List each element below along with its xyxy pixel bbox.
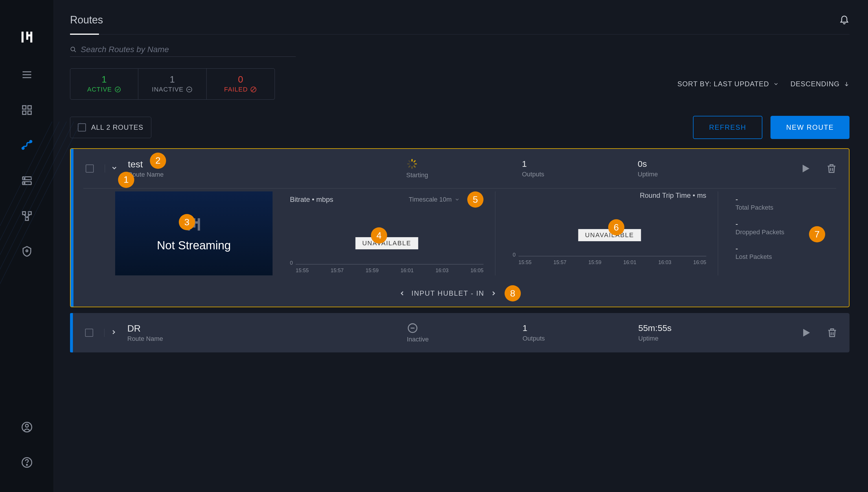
x-tick: 15:55 <box>296 268 309 274</box>
x-tick: 16:05 <box>470 268 483 274</box>
failed-label: FAILED <box>224 86 248 93</box>
sort-by-dropdown[interactable]: SORT BY: LAST UPDATED <box>677 80 779 88</box>
filter-active[interactable]: 1 ACTIVE <box>70 68 138 100</box>
route-checkbox[interactable] <box>85 329 93 337</box>
play-icon[interactable] <box>800 163 811 174</box>
active-label: ACTIVE <box>87 86 112 93</box>
lost-packets-value: - <box>735 244 822 253</box>
routes-icon[interactable] <box>21 139 33 152</box>
minus-circle-icon <box>407 322 418 334</box>
annotation-badge: 8 <box>505 285 521 301</box>
x-tick: 15:59 <box>588 260 602 266</box>
svg-point-30 <box>115 87 121 92</box>
select-all-toggle[interactable]: ALL 2 ROUTES <box>70 117 151 138</box>
sort-order-label: DESCENDING <box>790 80 840 88</box>
rtt-title: Round Trip Time • ms <box>640 191 706 199</box>
notification-icon[interactable] <box>839 14 849 24</box>
svg-line-39 <box>414 166 415 167</box>
dropped-packets-value: - <box>735 220 822 228</box>
user-icon[interactable] <box>21 421 33 434</box>
x-tick: 16:03 <box>436 268 448 274</box>
total-packets-value: - <box>735 195 822 204</box>
failed-count: 0 <box>238 75 243 84</box>
network-icon[interactable] <box>21 210 33 222</box>
menu-icon[interactable] <box>21 68 33 81</box>
annotation-badge: 7 <box>809 226 825 242</box>
slash-circle-icon <box>250 86 257 93</box>
delete-icon[interactable] <box>826 163 837 174</box>
inactive-count: 1 <box>170 75 175 84</box>
y-axis-zero: 0 <box>513 252 516 258</box>
svg-point-25 <box>25 424 28 427</box>
annotation-badge: 6 <box>608 219 624 236</box>
annotation-badge: 5 <box>467 191 483 207</box>
delete-icon[interactable] <box>826 327 838 339</box>
collapse-icon[interactable] <box>111 165 118 171</box>
x-axis-ticks: 15:55 15:57 15:59 16:01 16:03 16:05 <box>296 268 483 274</box>
timescale-label: Timescale 10m <box>409 196 452 203</box>
chevron-down-icon <box>454 197 460 202</box>
uptime-label: Uptime <box>638 171 695 178</box>
total-packets-label: Total Packets <box>735 204 822 212</box>
route-accent <box>70 313 73 352</box>
route-status-text: Starting <box>406 171 428 179</box>
x-tick: 16:05 <box>693 260 706 266</box>
timescale-dropdown[interactable]: Timescale 10m 5 <box>409 191 483 207</box>
sidebar <box>0 0 54 492</box>
svg-rect-18 <box>23 212 25 215</box>
search-input[interactable] <box>81 45 296 54</box>
sort-by-label: SORT BY: LAST UPDATED <box>677 80 769 88</box>
svg-line-37 <box>414 161 415 162</box>
packet-stats: 7 - Total Packets - Dropped Packets - Lo… <box>735 191 822 275</box>
svg-point-28 <box>71 47 75 51</box>
dashboard-icon[interactable] <box>21 104 33 117</box>
next-hublet-icon[interactable] <box>490 290 497 297</box>
new-route-button[interactable]: NEW ROUTE <box>770 116 849 139</box>
annotation-badge: 2 <box>150 153 166 169</box>
search-icon <box>70 46 77 53</box>
expand-icon[interactable] <box>110 329 117 336</box>
servers-icon[interactable] <box>21 174 33 187</box>
rtt-chart: Round Trip Time • ms 6 UNAVAILABLE 0 15:… <box>513 191 718 275</box>
prev-hublet-icon[interactable] <box>399 290 406 297</box>
check-circle-icon <box>114 86 121 93</box>
spinner-icon <box>406 158 418 170</box>
outputs-value: 1 <box>523 323 580 333</box>
security-icon[interactable] <box>21 245 33 258</box>
y-axis-zero: 0 <box>290 260 293 266</box>
filter-inactive[interactable]: 1 INACTIVE <box>138 68 207 100</box>
annotation-badge: 1 <box>118 172 134 188</box>
x-tick: 15:57 <box>331 268 344 274</box>
sort-controls: SORT BY: LAST UPDATED DESCENDING <box>677 80 849 88</box>
uptime-value: 0s <box>638 159 695 169</box>
lost-packets-label: Lost Packets <box>735 253 822 261</box>
route-card-dr: DR Route Name Inactive 1 Outputs 55m:55s… <box>70 313 849 352</box>
footer-text: INPUT HUBLET - IN <box>412 289 484 297</box>
x-tick: 15:59 <box>366 268 379 274</box>
help-icon[interactable] <box>21 456 33 469</box>
svg-rect-10 <box>23 111 26 115</box>
route-name-sublabel: Route Name <box>127 335 163 343</box>
page-title: Routes <box>70 14 103 34</box>
filter-failed[interactable]: 0 FAILED <box>207 68 275 100</box>
play-icon[interactable] <box>800 327 812 339</box>
select-all-checkbox[interactable] <box>78 123 86 131</box>
x-tick: 15:57 <box>553 260 567 266</box>
preview-text: Not Streaming <box>157 239 231 252</box>
route-checkbox[interactable] <box>86 165 94 173</box>
uptime-label: Uptime <box>638 335 696 342</box>
svg-point-12 <box>22 147 24 149</box>
inactive-label: INACTIVE <box>152 86 183 93</box>
refresh-button[interactable]: REFRESH <box>693 116 763 139</box>
sort-order-toggle[interactable]: DESCENDING <box>790 80 849 88</box>
svg-point-27 <box>26 465 27 465</box>
status-filters: 1 ACTIVE 1 INACTIVE 0 FAILE <box>70 68 275 100</box>
svg-line-34 <box>252 88 255 91</box>
outputs-value: 1 <box>522 159 580 169</box>
uptime-value: 55m:55s <box>638 323 696 333</box>
svg-rect-8 <box>23 106 26 109</box>
main-content: Routes 1 ACTIVE 1 INACTIVE <box>54 0 868 492</box>
chevron-down-icon <box>773 81 779 87</box>
route-name: DR <box>127 323 163 334</box>
x-axis-ticks: 15:55 15:57 15:59 16:01 16:03 16:05 <box>519 260 706 266</box>
